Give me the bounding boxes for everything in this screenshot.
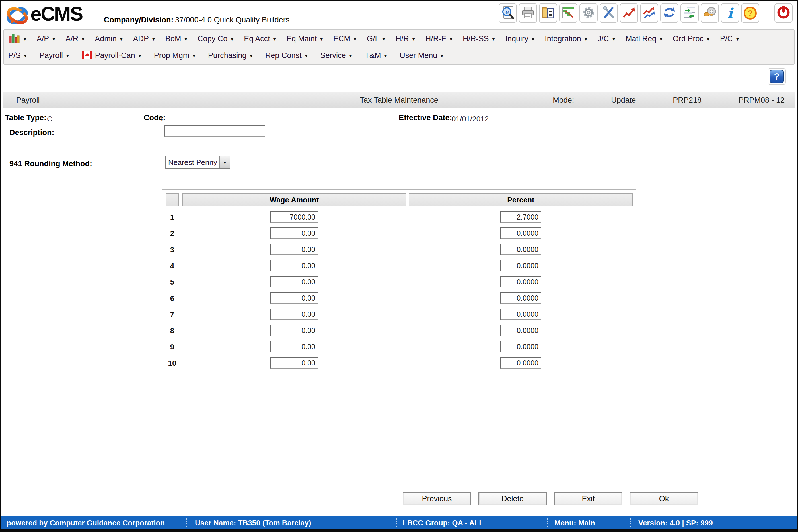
wage-amount-input[interactable]: [270, 325, 318, 336]
menu-item-dashboard[interactable]: ▼: [8, 33, 27, 45]
menu-item-ecm[interactable]: ECM▼: [333, 34, 357, 43]
tools-button[interactable]: [600, 3, 618, 23]
percent-input[interactable]: [500, 308, 541, 320]
import-export-button[interactable]: [681, 3, 699, 23]
exit-button[interactable]: Exit: [554, 492, 622, 505]
help-button[interactable]: ?: [741, 3, 759, 23]
wage-amount-header: Wage Amount: [182, 193, 406, 206]
logoff-button[interactable]: [774, 3, 793, 23]
menu-item-admin[interactable]: Admin▼: [95, 34, 123, 43]
menu-item-inquiry[interactable]: Inquiry▼: [505, 34, 535, 43]
percent-input[interactable]: [500, 244, 541, 255]
mode-label: Mode:: [553, 96, 574, 104]
trend-chart-button[interactable]: [620, 3, 638, 23]
analytics-chart-button[interactable]: [640, 3, 658, 23]
menu-item-prop-mgm[interactable]: Prop Mgm▼: [154, 51, 196, 60]
menu-item-service[interactable]: Service▼: [321, 51, 353, 60]
percent-input[interactable]: [500, 260, 541, 271]
menu-caret-icon: ▼: [584, 37, 588, 41]
menu-item-ps[interactable]: P/S▼: [8, 51, 27, 60]
settings-button[interactable]: [579, 3, 598, 23]
menu-caret-icon: ▼: [412, 37, 416, 41]
page-help-button[interactable]: ?: [767, 68, 786, 85]
footer-separator: [547, 518, 548, 527]
wage-amount-input[interactable]: [270, 244, 318, 255]
menu-caret-icon: ▼: [81, 37, 85, 41]
titlebar-right: Mode: Update PRP218 PRPM08 - 12: [553, 96, 785, 104]
refresh-button[interactable]: [660, 3, 678, 23]
info-button[interactable]: i: [721, 3, 739, 23]
data-exchange-icon: [683, 6, 696, 20]
percent-input[interactable]: [500, 276, 541, 287]
ok-button[interactable]: Ok: [630, 492, 698, 505]
menu-caret-icon: ▼: [304, 54, 308, 58]
wage-amount-input[interactable]: [270, 227, 318, 239]
percent-input[interactable]: [500, 227, 541, 239]
percent-input[interactable]: [500, 357, 541, 368]
wage-amount-input[interactable]: [270, 357, 318, 368]
menu-item-bom[interactable]: BoM▼: [165, 34, 188, 43]
table-row: 9: [162, 341, 636, 354]
media-security-button[interactable]: [701, 3, 719, 23]
description-label: Description:: [10, 128, 54, 137]
menu-item-adp[interactable]: ADP▼: [133, 34, 156, 43]
delete-button[interactable]: Delete: [478, 492, 547, 505]
menu-item-tm[interactable]: T&M▼: [365, 51, 387, 60]
menu-item-rep-const[interactable]: Rep Const▼: [265, 51, 308, 60]
wage-amount-input[interactable]: [270, 292, 318, 304]
percent-input[interactable]: [500, 211, 541, 223]
wage-amount-input[interactable]: [270, 341, 318, 352]
menu-item-payroll[interactable]: Payroll▼: [39, 51, 69, 60]
print-button[interactable]: [519, 3, 537, 23]
menu-item-hr-ss[interactable]: H/R-SS▼: [463, 34, 495, 43]
percent-input[interactable]: [500, 325, 541, 336]
menu-caret-icon: ▼: [151, 37, 156, 41]
canada-flag-icon: [82, 52, 92, 60]
wage-amount-input[interactable]: [270, 308, 318, 320]
menu-item-matl-req[interactable]: Matl Req▼: [625, 34, 663, 43]
wage-amount-input[interactable]: [270, 276, 318, 287]
table-row: 3: [162, 244, 636, 256]
screen-title-bar: Payroll Tax Table Maintenance Mode: Upda…: [3, 92, 795, 108]
menu-item-copy-co[interactable]: Copy Co▼: [198, 34, 234, 43]
menu-caret-icon: ▼: [612, 37, 616, 41]
row-number: 10: [166, 359, 179, 368]
menu-item-ord-proc[interactable]: Ord Proc▼: [673, 34, 710, 43]
percent-input[interactable]: [500, 292, 541, 304]
menu-item-integration[interactable]: Integration▼: [545, 34, 588, 43]
status-footer: powered by Computer Guidance Corporation…: [1, 516, 797, 529]
menu-caret-icon: ▼: [349, 54, 353, 58]
power-icon: [777, 6, 790, 20]
wage-amount-input[interactable]: [270, 260, 318, 271]
tools-icon: [602, 6, 615, 20]
menu-row-1: ▼ A/P▼ A/R▼ Admin▼ ADP▼ BoM▼ Copy Co▼ Eq…: [8, 31, 790, 47]
preview-search-button[interactable]: e: [498, 3, 517, 23]
menu-item-pc[interactable]: P/C▼: [720, 34, 740, 43]
wage-amount-input[interactable]: [270, 211, 318, 223]
rounding-method-select[interactable]: Nearest Penny ▼: [165, 156, 230, 169]
documents-button[interactable]: [539, 3, 557, 23]
menu-item-eq-acct[interactable]: Eq Acct▼: [244, 34, 277, 43]
percent-input[interactable]: [500, 341, 541, 352]
description-input[interactable]: [164, 126, 265, 137]
company-division-value: 37/000-4.0 Quick Quality Builders: [175, 16, 289, 24]
menu-item-gl[interactable]: G/L▼: [367, 34, 386, 43]
menu-item-ar[interactable]: A/R▼: [66, 34, 85, 43]
screen-code: PRPM08 - 12: [739, 96, 785, 104]
svg-text:e: e: [505, 8, 509, 15]
effective-date-label: Effective Date:: [399, 113, 452, 122]
previous-button[interactable]: Previous: [403, 492, 471, 505]
menu-caret-icon: ▼: [736, 37, 740, 41]
powered-by-text: powered by Computer Guidance Corporation: [6, 519, 165, 528]
menu-caret-icon: ▼: [273, 37, 277, 41]
menu-item-eq-maint[interactable]: Eq Maint▼: [287, 34, 324, 43]
menu-item-ap[interactable]: A/P▼: [37, 34, 56, 43]
menu-item-user-menu[interactable]: User Menu▼: [400, 51, 444, 60]
menu-item-purchasing[interactable]: Purchasing▼: [208, 51, 253, 60]
menu-item-payroll-can[interactable]: Payroll-Can ▼: [82, 51, 142, 60]
menu-item-hr-e[interactable]: H/R-E▼: [425, 34, 453, 43]
schedule-button[interactable]: [559, 3, 577, 23]
menu-item-hr[interactable]: H/R▼: [396, 34, 416, 43]
row-number: 8: [166, 326, 179, 335]
menu-item-jc[interactable]: J/C▼: [598, 34, 616, 43]
